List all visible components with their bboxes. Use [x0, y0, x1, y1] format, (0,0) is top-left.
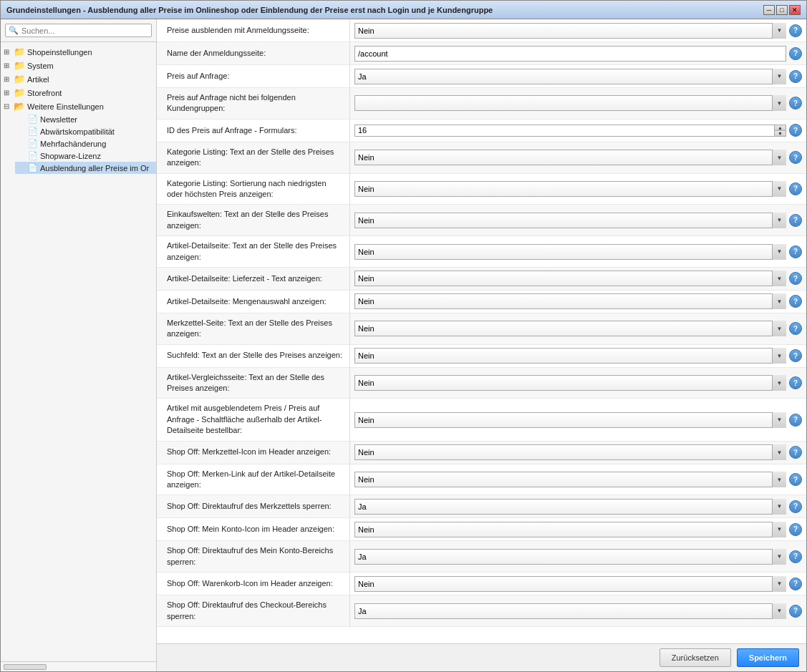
text-input-name-anmeldungsseite[interactable]	[354, 46, 786, 62]
sidebar-item-abwaerts[interactable]: 📄 Abwärtskompatibilität	[15, 125, 156, 137]
form-select-kategorie-listing-sortierung[interactable]: NeinJa	[354, 181, 786, 197]
select-wrap: NeinJa▼	[354, 213, 786, 228]
form-control-wrap: ▲▼?	[350, 120, 806, 142]
form-control-wrap: NeinJa▼?	[350, 495, 806, 517]
form-control-wrap: NeinJa▼?	[350, 442, 806, 464]
form-control-wrap: NeinJa▼?	[350, 313, 806, 344]
restore-button[interactable]: □	[776, 5, 788, 15]
form-select-shop-off-direktaufruf-checkout[interactable]: NeinJa	[354, 603, 786, 619]
help-button[interactable]: ?	[789, 124, 802, 137]
form-select-shop-off-merken-link[interactable]: NeinJa	[354, 472, 786, 487]
form-label: Preise ausblenden mit Anmeldungsseite:	[157, 19, 350, 42]
search-input[interactable]	[21, 26, 148, 35]
expand-icon: ⊞	[4, 89, 14, 97]
select-wrap: NeinJa▼	[354, 181, 786, 197]
save-button[interactable]: Speichern	[737, 648, 799, 667]
search-bar: 🔍	[1, 19, 156, 42]
form-select-artikel-detail-lieferzeit[interactable]: NeinJa	[354, 271, 786, 286]
form-label: Name der Anmeldungsseite:	[157, 42, 350, 64]
form-label: Shop Off: Mein Konto-Icon im Header anze…	[157, 518, 350, 540]
form-label: Einkaufswelten: Text an der Stelle des P…	[157, 205, 350, 235]
form-select-suchfeld-text[interactable]: NeinJa	[354, 348, 786, 364]
form-select-preise-ausblenden[interactable]: NeinJa	[354, 23, 786, 39]
help-button[interactable]: ?	[789, 182, 802, 195]
help-button[interactable]: ?	[789, 376, 802, 389]
spinner-up-button[interactable]: ▲	[775, 125, 786, 131]
doc-icon: 📄	[28, 127, 38, 136]
help-button[interactable]: ?	[789, 295, 802, 308]
doc-icon: 📄	[28, 151, 38, 160]
doc-icon: 📄	[28, 163, 38, 172]
help-button[interactable]: ?	[789, 578, 802, 590]
spinner-down-button[interactable]: ▼	[775, 131, 786, 136]
minimize-button[interactable]: ─	[763, 5, 775, 15]
help-button[interactable]: ?	[789, 605, 802, 618]
select-wrap: NeinJa▼	[354, 549, 786, 565]
form-select-shop-off-mein-konto-header[interactable]: NeinJa	[354, 522, 786, 537]
doc-icon: 📄	[28, 139, 38, 148]
expand-icon: ⊞	[4, 62, 14, 69]
select-wrap: NeinJa▼	[354, 472, 786, 487]
form-select-preis-anfrage[interactable]: NeinJa	[354, 69, 786, 84]
folder-icon: 📂	[14, 101, 25, 112]
number-input-id-formular[interactable]	[355, 125, 774, 136]
help-button[interactable]: ?	[789, 500, 802, 513]
form-select-shop-off-direktaufruf-merkzettel[interactable]: NeinJa	[354, 499, 786, 515]
select-wrap: NeinJa▼	[354, 522, 786, 537]
help-button[interactable]: ?	[789, 414, 802, 427]
sidebar-item-storefront[interactable]: ⊞ 📁 Storefront	[1, 86, 156, 99]
help-button[interactable]: ?	[789, 550, 802, 563]
help-button[interactable]: ?	[789, 214, 802, 227]
folder-icon: 📁	[14, 74, 25, 84]
help-button[interactable]: ?	[789, 349, 802, 362]
sidebar-scrollbar[interactable]	[4, 664, 47, 670]
sidebar-item-shopeinstellungen[interactable]: ⊞ 📁 Shopeinstellungen	[1, 45, 156, 59]
help-button[interactable]: ?	[789, 70, 802, 83]
form-label: Shop Off: Merkzettel-Icon im Header anze…	[157, 442, 350, 464]
form-select-artikel-vergleich-text[interactable]: NeinJa	[354, 375, 786, 391]
search-wrap: 🔍	[5, 24, 152, 37]
form-row: Shop Off: Warenkorb-Icon im Header anzei…	[157, 573, 806, 595]
form-label: ID des Preis auf Anfrage - Formulars:	[157, 120, 350, 142]
form-select-merkzettel-text[interactable]: NeinJa	[354, 321, 786, 336]
form-select-shop-off-merkzettel-header[interactable]: NeinJa	[354, 444, 786, 460]
form-select-kategorie-listing-text[interactable]: NeinJa	[354, 150, 786, 165]
form-control-wrap: NeinJa▼?	[350, 174, 806, 205]
form-select-shop-off-warenkorb-header[interactable]: NeinJa	[354, 576, 786, 592]
window-controls: ─ □ ✕	[763, 5, 801, 15]
help-button[interactable]: ?	[789, 151, 802, 164]
sidebar-item-newsletter[interactable]: 📄 Newsletter	[15, 113, 156, 125]
sidebar-item-artikel[interactable]: ⊞ 📁 Artikel	[1, 72, 156, 86]
window-title: Grundeinstellungen - Ausblendung aller P…	[6, 6, 493, 14]
help-button[interactable]: ?	[789, 272, 802, 285]
sidebar-item-mehrfach[interactable]: 📄 Mehrfachänderung	[15, 137, 156, 150]
sidebar-item-system[interactable]: ⊞ 📁 System	[1, 59, 156, 72]
sidebar-item-label: Shopeinstellungen	[27, 48, 92, 57]
form-label: Artikel-Detailseite: Lieferzeit - Text a…	[157, 268, 350, 290]
sidebar-item-label: Artikel	[27, 75, 49, 84]
form-scroll[interactable]: Preise ausblenden mit Anmeldungsseite:Ne…	[157, 19, 806, 643]
form-control-wrap: NeinJa▼?	[350, 595, 806, 626]
form-select-einkaufswelten-text[interactable]: NeinJa	[354, 213, 786, 228]
help-button[interactable]: ?	[789, 473, 802, 486]
form-select-artikel-detail-mengenauswahl[interactable]: NeinJa	[354, 293, 786, 309]
help-button[interactable]: ?	[789, 245, 802, 258]
form-select-shop-off-direktaufruf-konto[interactable]: NeinJa	[354, 549, 786, 565]
sidebar-item-ausblendung[interactable]: 📄 Ausblendung aller Preise im Or	[15, 162, 156, 174]
form-select-preis-anfrage-kundengruppen[interactable]	[354, 95, 786, 111]
help-button[interactable]: ?	[789, 322, 802, 335]
form-select-artikel-ausgeblendet-bestellbar[interactable]: NeinJa	[354, 412, 786, 428]
form-select-artikel-detail-text[interactable]: NeinJa	[354, 244, 786, 260]
help-button[interactable]: ?	[789, 97, 802, 109]
form-label: Kategorie Listing: Sortierung nach niedr…	[157, 174, 350, 205]
sidebar-item-lizenz[interactable]: 📄 Shopware-Lizenz	[15, 150, 156, 162]
help-button[interactable]: ?	[789, 47, 802, 60]
sidebar-item-weitere[interactable]: ⊟ 📂 Weitere Einstellungen	[1, 99, 156, 113]
help-button[interactable]: ?	[789, 523, 802, 536]
help-button[interactable]: ?	[789, 446, 802, 459]
right-panel: Preise ausblenden mit Anmeldungsseite:Ne…	[157, 19, 806, 671]
reset-button[interactable]: Zurücksetzen	[659, 648, 731, 667]
help-button[interactable]: ?	[789, 24, 802, 37]
folder-icon: 📁	[14, 87, 25, 98]
close-button[interactable]: ✕	[789, 5, 801, 15]
